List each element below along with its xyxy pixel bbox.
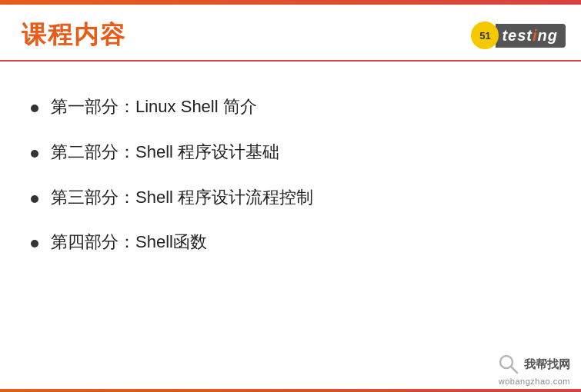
bottom-watermark: 我帮找网 wobangzhao.com [498,354,570,386]
slide: 课程内容 51 testing 第一部分：Linux Shell 简介 第二部分… [0,0,581,392]
bullet-dot-2 [31,150,38,158]
bullet-dot-3 [31,195,38,203]
watermark-line2: wobangzhao.com [499,377,570,386]
bottom-accent-bar [0,389,581,392]
logo-brand: testing [502,27,558,45]
logo-area: 51 testing [471,22,566,49]
watermark-line1: 我帮找网 [524,357,570,372]
bullet-dot-1 [31,105,38,112]
watermark-search-row: 我帮找网 [498,354,570,375]
bullet-text-1: 第一部分：Linux Shell 简介 [51,95,257,119]
logo-number: 51 [479,30,490,42]
bullet-item-1: 第一部分：Linux Shell 简介 [31,85,550,130]
header: 课程内容 51 testing [0,5,581,61]
logo-i-letter: i [533,27,538,44]
bullet-text-4: 第四部分：Shell函数 [51,231,207,254]
bullet-text-2: 第二部分：Shell 程序设计基础 [51,141,279,164]
content-area: 第一部分：Linux Shell 简介 第二部分：Shell 程序设计基础 第三… [0,61,581,389]
logo-text-box: testing [496,24,566,48]
bullet-item-3: 第三部分：Shell 程序设计流程控制 [31,175,550,221]
svg-line-1 [511,367,517,373]
bullet-item-2: 第二部分：Shell 程序设计基础 [31,130,550,175]
logo-circle: 51 [471,22,499,49]
bullet-text-3: 第三部分：Shell 程序设计流程控制 [51,186,313,210]
page-title: 课程内容 [22,18,126,52]
bullet-dot-4 [31,240,38,247]
bullet-item-4: 第四部分：Shell函数 [31,220,550,265]
search-icon [498,354,519,375]
